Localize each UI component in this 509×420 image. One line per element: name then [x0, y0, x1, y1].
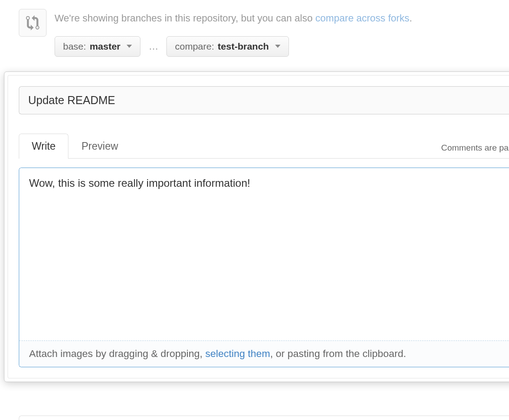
banner-suffix: . — [409, 13, 412, 24]
compare-branch-value: test-branch — [218, 41, 269, 52]
banner-prefix: We're showing branches in this repositor… — [55, 13, 315, 24]
compare-header-content: We're showing branches in this repositor… — [55, 9, 509, 57]
base-branch-label: base: — [63, 41, 86, 52]
pull-request-editor-panel: Write Preview Comments are pars Wow, thi… — [4, 71, 509, 382]
compare-branch-label: compare: — [175, 41, 214, 52]
attach-hint-prefix: Attach images by dragging & dropping, — [29, 348, 205, 359]
branch-separator: … — [147, 41, 160, 52]
chevron-down-icon — [127, 45, 132, 48]
comment-body-container: Wow, this is some really important infor… — [19, 168, 509, 367]
tab-preview[interactable]: Preview — [68, 134, 131, 159]
compare-icon — [19, 9, 47, 37]
attach-select-link[interactable]: selecting them — [205, 348, 270, 359]
pr-title-input[interactable] — [19, 86, 509, 114]
pull-request-editor-inner: Write Preview Comments are pars Wow, thi… — [8, 75, 509, 378]
comment-textarea[interactable]: Wow, this is some really important infor… — [19, 168, 509, 339]
attach-hint-suffix: , or pasting from the clipboard. — [270, 348, 406, 359]
tab-write[interactable]: Write — [19, 134, 68, 159]
comment-tabs-row: Write Preview Comments are pars — [19, 133, 509, 159]
banner-text: We're showing branches in this repositor… — [55, 12, 509, 25]
markdown-parse-hint: Comments are pars — [441, 143, 509, 158]
base-branch-value: master — [89, 41, 120, 52]
bottom-panel-edge — [19, 416, 509, 420]
compare-branch-selector[interactable]: compare: test-branch — [166, 36, 289, 57]
compare-header: We're showing branches in this repositor… — [0, 0, 509, 57]
comment-tabs: Write Preview — [19, 133, 131, 158]
chevron-down-icon — [275, 45, 280, 48]
branch-selector-row: base: master … compare: test-branch — [55, 36, 509, 57]
attach-hint-bar[interactable]: Attach images by dragging & dropping, se… — [19, 340, 509, 367]
base-branch-selector[interactable]: base: master — [55, 36, 140, 57]
compare-forks-link[interactable]: compare across forks — [315, 13, 409, 24]
